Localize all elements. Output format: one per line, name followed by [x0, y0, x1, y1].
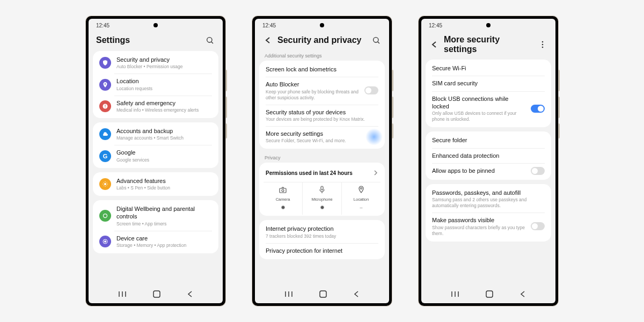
security-list: Additional security settings Screen lock…	[255, 51, 389, 287]
item-title: Enhanced data protection	[432, 152, 545, 159]
svg-point-0	[207, 38, 212, 42]
toggle-passwords-visible[interactable]	[531, 222, 545, 230]
svg-point-9	[105, 240, 106, 242]
header: More security settings	[421, 32, 555, 60]
status-time: 12:45	[429, 23, 442, 28]
back-icon[interactable]	[262, 35, 273, 46]
item-sub: Secure Folder, Secure Wi-Fi, and more.	[266, 138, 378, 144]
item-sub: Only allow USB devices to connect if you…	[432, 111, 525, 122]
side-button	[225, 123, 227, 138]
toggle-auto-blocker[interactable]	[364, 86, 378, 94]
camera-cutout	[486, 23, 491, 27]
cloud-icon	[99, 128, 111, 140]
item-security-status[interactable]: Security status of your devices Your dev…	[259, 105, 385, 126]
item-screen-lock[interactable]: Screen lock and biometrics	[259, 62, 385, 77]
item-auto-blocker[interactable]: Auto Blocker Keep your phone safe by blo…	[259, 77, 385, 104]
item-pin-apps[interactable]: Allow apps to be pinned	[426, 163, 551, 179]
permissions-card-header[interactable]: Permissions used in last 24 hours	[259, 164, 385, 180]
item-title: Make passwords visible	[432, 216, 525, 224]
home-icon[interactable]	[319, 290, 327, 300]
back-icon[interactable]	[353, 290, 360, 300]
side-button	[225, 70, 227, 91]
home-icon[interactable]	[486, 290, 493, 300]
item-sub: Auto Blocker • Permission usage	[116, 64, 212, 70]
item-enhanced-data[interactable]: Enhanced data protection	[426, 148, 551, 163]
phone-settings: 12:45 Settings Security and privacy Auto…	[86, 16, 225, 306]
mic-icon	[319, 186, 325, 195]
item-secure-folder[interactable]: Secure folder	[426, 133, 551, 148]
item-internet-privacy[interactable]: Internet privacy protection 7 trackers b…	[259, 221, 385, 243]
item-title: Security and privacy	[116, 56, 212, 63]
search-icon[interactable]	[204, 35, 215, 46]
svg-point-19	[361, 188, 362, 189]
side-button	[392, 70, 393, 91]
item-passwords-visible[interactable]: Make passwords visible Show password cha…	[426, 213, 551, 240]
svg-point-24	[542, 41, 544, 43]
svg-point-17	[282, 189, 284, 192]
perm-label: Microphone	[311, 197, 332, 202]
item-title: Passwords, passkeys, and autofill	[432, 189, 545, 196]
home-icon[interactable]	[153, 290, 160, 300]
pin-icon	[99, 79, 111, 91]
settings-item-devicecare[interactable]: Device care Storage • Memory • App prote…	[93, 231, 218, 252]
item-sim-security[interactable]: SIM card security	[426, 76, 551, 91]
wellbeing-icon	[99, 210, 111, 222]
section-label: Privacy	[259, 153, 385, 163]
phone-more-security: 12:45 More security settings Secure Wi-F…	[419, 16, 558, 306]
section-label: Additional security settings	[259, 51, 385, 61]
page-title: Settings	[96, 35, 200, 45]
item-title: Secure folder	[432, 136, 545, 144]
page-title: More security settings	[444, 35, 533, 54]
star-icon	[99, 178, 111, 190]
tap-highlight	[365, 128, 383, 145]
search-icon[interactable]	[371, 35, 382, 46]
back-icon[interactable]	[519, 290, 526, 300]
side-button	[558, 97, 560, 118]
item-sub: Medical info • Wireless emergency alerts	[116, 107, 212, 113]
item-title: More security settings	[266, 130, 378, 137]
item-sub: Keep your phone safe by blocking threats…	[266, 89, 359, 101]
perm-location[interactable]: Location –	[341, 182, 380, 215]
settings-item-google[interactable]: G Google Google services	[93, 145, 218, 166]
perm-camera[interactable]: Camera	[264, 182, 302, 215]
recents-icon[interactable]	[451, 290, 459, 300]
activity-none: –	[360, 205, 362, 210]
side-button	[558, 70, 560, 91]
item-title: Advanced features	[116, 177, 212, 185]
item-title: Secure Wi-Fi	[432, 64, 545, 72]
back-icon[interactable]	[429, 39, 440, 50]
side-button	[392, 123, 393, 138]
settings-item-location[interactable]: Location Location requests	[93, 74, 218, 95]
item-more-security[interactable]: More security settings Secure Folder, Se…	[259, 126, 385, 148]
item-block-usb[interactable]: Block USB connections while locked Only …	[426, 91, 551, 127]
svg-rect-5	[105, 107, 106, 108]
settings-item-safety[interactable]: Safety and emergency Medical info • Wire…	[93, 96, 218, 117]
back-icon[interactable]	[187, 290, 193, 300]
alert-icon	[99, 100, 111, 112]
item-title: SIM card security	[432, 79, 545, 87]
perm-microphone[interactable]: Microphone	[302, 182, 341, 215]
device-icon	[99, 236, 111, 247]
recents-icon[interactable]	[284, 290, 293, 300]
recents-icon[interactable]	[118, 290, 127, 300]
item-passwords-autofill[interactable]: Passwords, passkeys, and autofill Samsun…	[426, 185, 551, 213]
item-sub: Manage accounts • Smart Switch	[116, 135, 212, 141]
nav-bar	[255, 287, 389, 303]
settings-item-advanced[interactable]: Advanced features Labs • S Pen • Side bu…	[93, 173, 218, 195]
more-icon[interactable]	[537, 39, 548, 50]
svg-point-26	[542, 47, 544, 48]
toggle-block-usb[interactable]	[531, 105, 545, 113]
item-sub: Screen time • App timers	[116, 221, 212, 227]
settings-item-accounts[interactable]: Accounts and backup Manage accounts • Sm…	[93, 123, 218, 145]
item-title: Allow apps to be pinned	[432, 167, 525, 174]
settings-item-wellbeing[interactable]: Digital Wellbeing and parental controls …	[93, 201, 218, 231]
svg-point-2	[105, 83, 106, 85]
item-privacy-protection[interactable]: Privacy protection for internet	[259, 243, 385, 258]
settings-item-security[interactable]: Security and privacy Auto Blocker • Perm…	[93, 52, 218, 74]
svg-point-7	[104, 214, 107, 218]
svg-line-1	[211, 42, 213, 43]
svg-rect-23	[320, 291, 326, 297]
phone-security-privacy: 12:45 Security and privacy Additional se…	[252, 16, 392, 306]
toggle-pin-apps[interactable]	[531, 167, 545, 175]
item-secure-wifi[interactable]: Secure Wi-Fi	[426, 61, 551, 76]
